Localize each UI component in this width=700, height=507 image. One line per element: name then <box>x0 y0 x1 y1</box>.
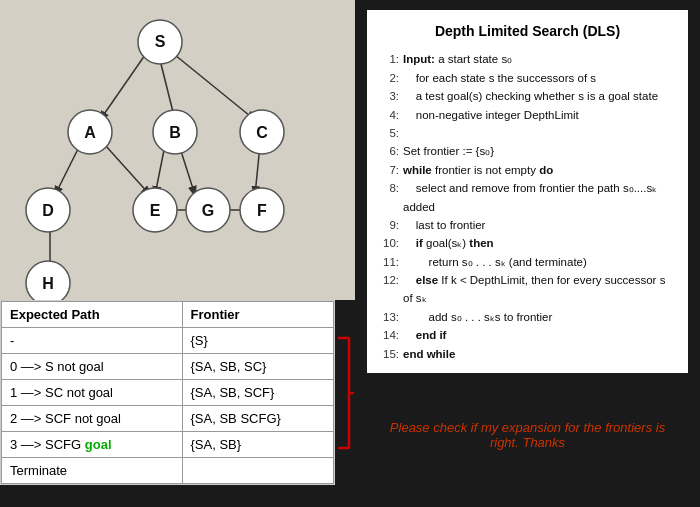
frontier-cell: {SA, SB, SCF} <box>182 380 333 406</box>
algo-line-7: 7: while frontier is not empty do <box>379 161 676 179</box>
line-content: non-negative integer DepthLimit <box>403 106 579 124</box>
path-cell: - <box>2 328 183 354</box>
line-content: for each state s the successors of s <box>403 69 596 87</box>
line-num: 8: <box>379 179 399 216</box>
line-content: Set frontier := {s₀} <box>403 142 494 160</box>
line-num: 1: <box>379 50 399 68</box>
line-num: 4: <box>379 106 399 124</box>
line-num: 7: <box>379 161 399 179</box>
algo-line-11: 11: return s₀ . . . sₖ (and terminate) <box>379 253 676 271</box>
path-cell: 1 —> SC not goal <box>2 380 183 406</box>
path-cell: 3 —> SCFG goal <box>2 432 183 458</box>
table-row: 2 —> SCF not goal {SA, SB SCFG} <box>2 406 334 432</box>
table-section: Expected Path Frontier - {S} 0 —> S not … <box>0 300 355 485</box>
algo-line-8: 8: select and remove from frontier the p… <box>379 179 676 216</box>
algo-line-9: 9: last to frontier <box>379 216 676 234</box>
frontier-cell: {SA, SB SCFG} <box>182 406 333 432</box>
line-num: 10: <box>379 234 399 252</box>
line-num: 13: <box>379 308 399 326</box>
algo-line-10: 10: if goal(sₖ) then <box>379 234 676 252</box>
table-row: Terminate <box>2 458 334 484</box>
bracket-svg <box>335 328 355 458</box>
table-row: 3 —> SCFG goal {SA, SB} <box>2 432 334 458</box>
right-panel: Depth Limited Search (DLS) 1: Input: a s… <box>355 0 700 507</box>
table-row: 0 —> S not goal {SA, SB, SC} <box>2 354 334 380</box>
svg-text:H: H <box>42 275 54 292</box>
svg-text:G: G <box>202 202 214 219</box>
goal-label: goal <box>85 437 112 452</box>
line-num: 5: <box>379 124 399 142</box>
path-cell: 0 —> S not goal <box>2 354 183 380</box>
line-content: end while <box>403 345 455 363</box>
line-content: add s₀ . . . sₖs to frontier <box>403 308 552 326</box>
line-content: last to frontier <box>403 216 485 234</box>
graph-area: S A B C D E G F H <box>0 0 355 300</box>
check-message: Please check if my expansion for the fro… <box>377 420 678 450</box>
frontier-cell: {S} <box>182 328 333 354</box>
table-row: 1 —> SC not goal {SA, SB, SCF} <box>2 380 334 406</box>
table-row: - {S} <box>2 328 334 354</box>
line-num: 6: <box>379 142 399 160</box>
line-content: end if <box>403 326 446 344</box>
path-frontier-table: Expected Path Frontier - {S} 0 —> S not … <box>1 301 334 484</box>
frontier-cell <box>182 458 333 484</box>
table-area: Expected Path Frontier - {S} 0 —> S not … <box>0 300 335 485</box>
svg-text:F: F <box>257 202 267 219</box>
line-num: 14: <box>379 326 399 344</box>
algorithm-box: Depth Limited Search (DLS) 1: Input: a s… <box>367 10 688 373</box>
algo-line-1: 1: Input: a start state s₀ <box>379 50 676 68</box>
col-header-frontier: Frontier <box>182 302 333 328</box>
line-content: else If k < DepthLimit, then for every s… <box>403 271 676 308</box>
svg-text:E: E <box>150 202 161 219</box>
col-header-path: Expected Path <box>2 302 183 328</box>
bracket-area <box>335 300 355 485</box>
left-panel: S A B C D E G F H <box>0 0 355 507</box>
svg-text:D: D <box>42 202 54 219</box>
line-num: 2: <box>379 69 399 87</box>
line-content: while frontier is not empty do <box>403 161 553 179</box>
svg-text:A: A <box>84 124 96 141</box>
line-num: 12: <box>379 271 399 308</box>
algo-line-14: 14: end if <box>379 326 676 344</box>
algo-line-13: 13: add s₀ . . . sₖs to frontier <box>379 308 676 326</box>
line-num: 15: <box>379 345 399 363</box>
line-num: 3: <box>379 87 399 105</box>
line-content: select and remove from frontier the path… <box>403 179 676 216</box>
algo-line-6: 6: Set frontier := {s₀} <box>379 142 676 160</box>
line-content: return s₀ . . . sₖ (and terminate) <box>403 253 587 271</box>
path-cell: Terminate <box>2 458 183 484</box>
line-content: Input: a start state s₀ <box>403 50 512 68</box>
line-content: if goal(sₖ) then <box>403 234 494 252</box>
algo-line-4: 4: non-negative integer DepthLimit <box>379 106 676 124</box>
algo-line-5: 5: <box>379 124 676 142</box>
bottom-right-area: Please check if my expansion for the fro… <box>367 373 688 497</box>
svg-text:C: C <box>256 124 268 141</box>
line-content: a test goal(s) checking whether s is a g… <box>403 87 658 105</box>
svg-text:S: S <box>155 33 166 50</box>
path-cell: 2 —> SCF not goal <box>2 406 183 432</box>
algo-line-12: 12: else If k < DepthLimit, then for eve… <box>379 271 676 308</box>
algo-line-3: 3: a test goal(s) checking whether s is … <box>379 87 676 105</box>
svg-text:B: B <box>169 124 181 141</box>
algorithm-title: Depth Limited Search (DLS) <box>379 20 676 42</box>
frontier-cell: {SA, SB} <box>182 432 333 458</box>
algo-line-15: 15: end while <box>379 345 676 363</box>
line-num: 9: <box>379 216 399 234</box>
algo-line-2: 2: for each state s the successors of s <box>379 69 676 87</box>
frontier-cell: {SA, SB, SC} <box>182 354 333 380</box>
line-num: 11: <box>379 253 399 271</box>
graph-svg: S A B C D E G F H <box>0 0 355 300</box>
line-content <box>403 124 406 142</box>
